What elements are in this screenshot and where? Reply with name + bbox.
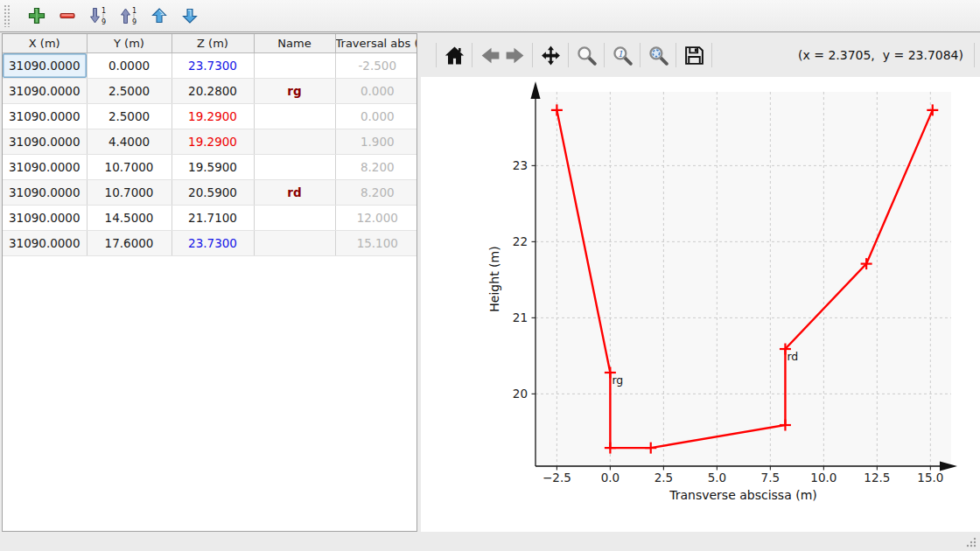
- cell-y[interactable]: 10.7000: [87, 179, 172, 205]
- sort-numeric-down-icon: 19: [88, 6, 108, 25]
- x-tick-label: 0.0: [601, 471, 620, 485]
- column-header-z[interactable]: Z (m): [172, 34, 254, 52]
- toolbar-separator: [568, 43, 569, 67]
- cell-y[interactable]: 4.4000: [87, 129, 172, 154]
- cell-name[interactable]: [254, 205, 335, 230]
- cell-z[interactable]: 20.2800: [172, 78, 254, 103]
- cell-x[interactable]: 31090.0000: [3, 205, 87, 230]
- table-row: 31090.000010.700019.59008.200: [3, 154, 417, 179]
- x-tick-label: 15.0: [917, 471, 943, 485]
- pan-icon: [540, 45, 562, 66]
- zoom-button[interactable]: [574, 43, 598, 67]
- plus-icon: [27, 6, 46, 25]
- table-row: 31090.000014.500021.710012.000: [3, 205, 417, 230]
- cell-name[interactable]: [254, 154, 335, 179]
- table-row: 31090.00002.500019.29000.000: [3, 103, 417, 129]
- svg-text:9: 9: [132, 18, 136, 25]
- column-header-x[interactable]: X (m): [3, 34, 87, 52]
- cell-x[interactable]: 31090.0000: [3, 78, 87, 103]
- arrow-up-icon: [150, 6, 169, 25]
- back-button[interactable]: [478, 43, 502, 67]
- cell-name[interactable]: rg: [254, 78, 335, 103]
- column-header-traversal[interactable]: Traversal abs (m): [335, 34, 417, 52]
- cell-traversal-abs[interactable]: 1.900: [335, 129, 417, 154]
- cell-name[interactable]: rd: [254, 179, 335, 205]
- cell-name[interactable]: [254, 103, 335, 129]
- zoom-rect-icon: [648, 45, 669, 66]
- svg-text:9: 9: [102, 18, 106, 25]
- forward-button[interactable]: [502, 43, 527, 67]
- cell-x[interactable]: 31090.0000: [3, 129, 87, 154]
- y-tick-label: 21: [513, 310, 528, 324]
- sort-descending-button[interactable]: 19: [87, 4, 109, 27]
- cell-y[interactable]: 2.5000: [87, 78, 172, 103]
- svg-text:1: 1: [102, 7, 106, 15]
- move-row-down-button[interactable]: [178, 4, 201, 27]
- column-header-name[interactable]: Name: [254, 34, 335, 52]
- cell-z[interactable]: 20.5900: [172, 179, 254, 205]
- cell-traversal-abs[interactable]: 12.000: [335, 205, 417, 230]
- toolbar-separator: [436, 43, 437, 67]
- x-tick-label: 7.5: [761, 471, 780, 485]
- home-button[interactable]: [442, 43, 466, 67]
- zoom-one-icon: 1: [612, 45, 634, 66]
- sort-numeric-up-icon: 19: [119, 6, 138, 25]
- cell-z[interactable]: 23.7300: [172, 230, 254, 255]
- cell-y[interactable]: 10.7000: [87, 154, 172, 179]
- cell-traversal-abs[interactable]: 0.000: [335, 78, 417, 103]
- x-axis-label: Transverse abscissa (m): [668, 488, 817, 502]
- cell-x[interactable]: 31090.0000: [3, 154, 87, 179]
- zoom-icon: [576, 45, 598, 66]
- toolbar-separator: [676, 43, 676, 67]
- y-axis-arrow-icon: [531, 81, 541, 99]
- pan-button[interactable]: [538, 43, 563, 67]
- forward-icon: [504, 45, 526, 66]
- sort-ascending-button[interactable]: 19: [117, 4, 140, 27]
- cell-z[interactable]: 19.2900: [172, 129, 254, 154]
- cell-y[interactable]: 17.6000: [87, 230, 172, 255]
- move-row-up-button[interactable]: [148, 4, 171, 27]
- column-header-y[interactable]: Y (m): [87, 34, 172, 52]
- cell-x[interactable]: 31090.0000: [3, 230, 87, 255]
- cell-traversal-abs[interactable]: 8.200: [335, 154, 417, 179]
- remove-row-button[interactable]: [56, 4, 79, 27]
- table-row: 31090.00002.500020.2800rg0.000: [3, 78, 417, 103]
- x-tick-label: −2.5: [542, 471, 571, 485]
- toolbar-separator: [472, 43, 472, 67]
- add-row-button[interactable]: [25, 4, 48, 27]
- toolbar-separator: [604, 43, 605, 67]
- resize-grip[interactable]: [965, 536, 977, 548]
- cross-section-plot[interactable]: −2.50.02.55.07.510.012.515.020212223Tran…: [421, 77, 980, 532]
- cell-traversal-abs[interactable]: 15.100: [335, 230, 417, 255]
- minus-icon: [58, 6, 77, 25]
- zoom-rect-button[interactable]: [646, 43, 670, 67]
- toolbar-grip-handle[interactable]: [4, 4, 10, 27]
- cell-traversal-abs[interactable]: -2.500: [335, 52, 417, 78]
- toolbar-separator: [640, 43, 640, 67]
- toolbar-separator: [711, 43, 712, 67]
- save-button[interactable]: [682, 43, 706, 67]
- plot-canvas[interactable]: −2.50.02.55.07.510.012.515.020212223Tran…: [421, 77, 980, 532]
- cell-x[interactable]: 31090.0000: [3, 179, 87, 205]
- cell-name[interactable]: [254, 52, 335, 78]
- cell-z[interactable]: 21.7100: [172, 205, 254, 230]
- cell-traversal-abs[interactable]: 0.000: [335, 103, 417, 129]
- cell-z[interactable]: 19.5900: [172, 154, 254, 179]
- cell-y[interactable]: 0.0000: [87, 52, 172, 78]
- y-tick-label: 20: [513, 387, 528, 401]
- cell-z[interactable]: 19.2900: [172, 103, 254, 129]
- home-icon: [444, 45, 466, 66]
- save-icon: [683, 45, 705, 66]
- cell-name[interactable]: [254, 230, 335, 255]
- points-table-panel: X (m)Y (m)Z (m)NameTraversal abs (m) 310…: [2, 33, 417, 532]
- cell-y[interactable]: 14.5000: [87, 205, 172, 230]
- table-row: 31090.000010.700020.5900rd8.200: [3, 179, 417, 205]
- zoom-original-button[interactable]: 1: [610, 43, 634, 67]
- cell-z[interactable]: 23.7300: [172, 52, 254, 78]
- cell-y[interactable]: 2.5000: [87, 103, 172, 129]
- cell-x[interactable]: 31090.0000: [3, 103, 87, 129]
- cell-traversal-abs[interactable]: 8.200: [335, 179, 417, 205]
- svg-text:1: 1: [617, 48, 622, 58]
- cell-name[interactable]: [254, 129, 335, 154]
- cell-x[interactable]: 31090.0000: [3, 52, 87, 78]
